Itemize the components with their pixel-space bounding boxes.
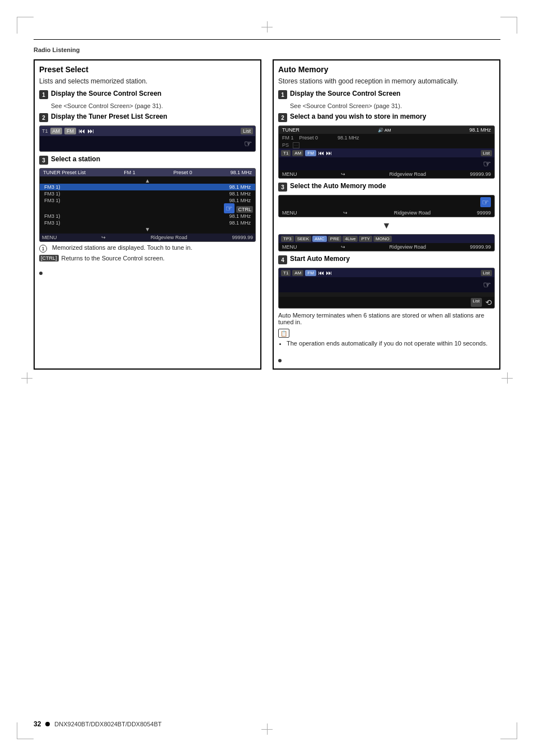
auto-mode-btns-screen: TP3 SEEK AMC PRE 4Live PTY MONO MENU ↪ R… [278, 234, 495, 251]
band-bottom-bar: MENU ↪ Ridgeview Road 99999.99 [279, 170, 494, 178]
road-btns: Ridgeview Road [389, 244, 426, 250]
start-t1[interactable]: T1 [281, 270, 291, 276]
prev-btn[interactable]: ⏮ [78, 127, 85, 135]
footer-model: DNX9240BT/DDX8024BT/DDX8054BT [54, 721, 161, 727]
right-section-bullet [278, 356, 495, 364]
back-icon[interactable]: ⟲ [485, 298, 492, 307]
touch-overlay: ☞ CTRL [40, 204, 255, 213]
page-content: Radio Listening Preset Select Lists and … [34, 39, 500, 722]
two-col-layout: Preset Select Lists and selects memorize… [34, 59, 500, 370]
footer-dot [45, 722, 50, 726]
crosshair-top [261, 21, 273, 32]
auto-btns-bottom: MENU ↪ Ridgeview Road 99999.99 [279, 243, 494, 251]
band-am-btn[interactable]: AM [50, 128, 63, 134]
band-fm-btn[interactable]: FM [64, 128, 76, 134]
note-book-icon: 📋 [278, 329, 289, 338]
corner-br [500, 722, 517, 739]
note1-circle: 1 [39, 245, 47, 253]
table-row[interactable]: FM3 1)98.1 MHz [40, 197, 255, 204]
mono-btn[interactable]: MONO [373, 236, 392, 242]
tuner-preset-list-screen: TUNER Preset List FM 1 Preset 0 98.1 MHz… [39, 168, 256, 242]
auto-step4-label: Start Auto Memory [290, 255, 350, 263]
step1-num: 1 [39, 90, 48, 99]
freq-display-2: 99999.99 [470, 171, 491, 177]
auto-step4-num: 4 [278, 255, 287, 264]
tuner-list-header: TUNER Preset List FM 1 Preset 0 98.1 MHz [40, 169, 255, 176]
menu-btns[interactable]: MENU [282, 244, 297, 250]
pre-btn[interactable]: PRE [328, 236, 341, 242]
start-list-btn[interactable]: List [471, 298, 482, 307]
start-prev[interactable]: ⏮ [318, 269, 324, 276]
menu-btn[interactable]: MENU [282, 171, 297, 177]
corner-bl [17, 722, 34, 739]
tuner-list-title: TUNER Preset List [43, 170, 86, 175]
band-freq-right: 98.1 MHz [469, 127, 491, 133]
preset-step1: 1 Display the Source Control Screen [39, 90, 256, 99]
tuner-controls-screen: T1 AM FM ⏮ ⏭ List ☞ [39, 125, 256, 152]
scroll-up-icon: ▲ [40, 178, 255, 184]
bullet-item: The operation ends automatically if you … [287, 340, 495, 347]
list-btn[interactable]: List [241, 128, 253, 134]
auto-step2: 2 Select a band you wish to store in mem… [278, 113, 495, 122]
note2-row: [CTRL] Returns to the Source Control scr… [39, 255, 256, 262]
auto-step1-sub: See <Source Control Screen> (page 31). [290, 102, 495, 109]
band-top-bar: TUNER 🔊 AM 98.1 MHz [279, 126, 494, 134]
t1-btn[interactable]: T1 [281, 150, 291, 156]
note2-ctrl: [CTRL] [39, 255, 59, 262]
touch-icon-auto: ☞ [480, 197, 491, 207]
fm-btn[interactable]: FM [305, 150, 316, 156]
amc-btn[interactable]: AMC [312, 236, 327, 242]
ps-bar: PS ··· [279, 142, 494, 148]
next-btn[interactable]: ⏭ [87, 127, 94, 135]
auto-step1: 1 Display the Source Control Screen [278, 90, 495, 99]
note2-text: Returns to the Source Control screen. [62, 255, 165, 262]
preset-step3: 3 Select a station [39, 155, 256, 165]
tuner-list-freq-hdr: Preset 0 [174, 170, 193, 175]
prev-track-btn[interactable]: ⏮ [318, 150, 324, 156]
touch-icon-start: ☞ [483, 279, 491, 290]
start-auto-screen: T1 AM FM ⏮ ⏭ List ☞ List ⟲ [278, 268, 495, 309]
freq-auto: 99999 [477, 210, 491, 216]
tp3-btn[interactable]: TP3 [281, 236, 294, 242]
tuner-list-freq-val: 98.1 MHz [230, 170, 252, 175]
seek-btn[interactable]: SEEK [295, 236, 311, 242]
auto-top-bottom: MENU ↪ Ridgeview Road 99999 [279, 209, 494, 217]
table-row[interactable]: FM3 1)98.1 MHz [40, 213, 255, 220]
auto-mode-top-screen: ☞ MENU ↪ Ridgeview Road 99999 [278, 195, 495, 217]
4live-btn[interactable]: 4Live [343, 236, 358, 242]
arrow-down: ▼ [278, 221, 495, 231]
preset-step1-sub: See <Source Control Screen> (page 31). [51, 102, 256, 109]
table-row[interactable]: FM3 1)98.1 MHz [40, 190, 255, 197]
section-divider [34, 39, 500, 40]
auto-note-text: Auto Memory terminates when 6 stations a… [278, 312, 495, 325]
table-row[interactable]: FM3 1)98.1 MHz [40, 220, 255, 226]
pty-btn[interactable]: PTY [359, 236, 372, 242]
tuner-band-screen: TUNER 🔊 AM 98.1 MHz FM 1 Preset 0 98.1 M… [278, 125, 495, 179]
start-next[interactable]: ⏭ [326, 269, 332, 276]
tuner-label: TUNER [282, 127, 299, 133]
start-am[interactable]: AM [292, 270, 303, 276]
auto-step3-label: Select the Auto Memory mode [290, 182, 386, 190]
touch-icon: ☞ [244, 138, 252, 149]
preset-step2: 2 Display the Tuner Preset List Screen [39, 113, 256, 122]
start-list[interactable]: List [481, 270, 492, 276]
menu-auto[interactable]: MENU [282, 210, 297, 216]
auto-step3-num: 3 [278, 183, 287, 192]
nav-icon-2: ↪ [341, 171, 345, 177]
auto-step1-label: Display the Source Control Screen [290, 90, 400, 97]
am-btn[interactable]: AM [292, 150, 303, 156]
next-track-btn[interactable]: ⏭ [326, 150, 332, 156]
road-auto: Ridgeview Road [394, 210, 431, 216]
band-mid-bar: FM 1 Preset 0 98.1 MHz [279, 134, 494, 142]
touch-icon-2: ☞ [224, 203, 235, 213]
fm-preset: FM 1 Preset 0 98.1 MHz [282, 135, 359, 141]
list-btn-2[interactable]: List [481, 150, 492, 156]
start-fm[interactable]: FM [305, 270, 316, 276]
table-row[interactable]: FM3 1)98.1 MHz [40, 184, 255, 190]
left-section-bullet [39, 268, 256, 277]
page-footer: 32 DNX9240BT/DDX8024BT/DDX8054BT [34, 720, 500, 728]
start-controls: T1 AM FM ⏮ ⏭ List [279, 268, 494, 277]
band-controls-bar: T1 AM FM ⏮ ⏭ List [279, 148, 494, 157]
step2-num: 2 [39, 113, 48, 122]
freq-display: 99999.99 [232, 235, 253, 240]
